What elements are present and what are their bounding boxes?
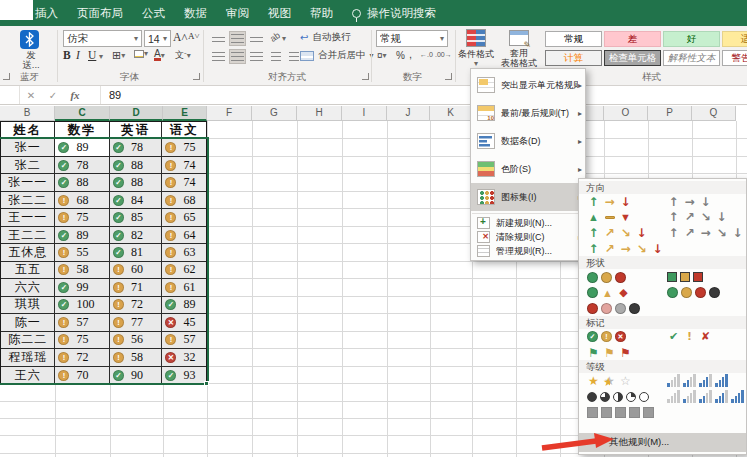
decrease-decimal-button[interactable]: .00→ <box>435 51 452 58</box>
score-cell[interactable]: ✓78 <box>110 139 162 156</box>
name-cell[interactable]: 张一一 <box>1 174 55 191</box>
align-left-button[interactable] <box>210 49 227 64</box>
cell-style-calc[interactable]: 计算 <box>545 50 602 66</box>
middle-align-button[interactable] <box>229 31 246 46</box>
fill-handle[interactable] <box>204 381 209 386</box>
table-header-cell[interactable]: 姓名 <box>1 122 55 139</box>
score-cell[interactable]: ✓100 <box>55 297 109 314</box>
score-cell[interactable]: !57 <box>55 314 109 331</box>
menu-item-managerule[interactable]: 管理规则(R)... <box>471 244 585 258</box>
score-cell[interactable]: ✓99 <box>55 279 109 296</box>
iconset-option[interactable] <box>667 269 703 285</box>
increase-decimal-button[interactable]: ←.0 <box>420 51 433 58</box>
score-cell[interactable]: ✕32 <box>162 349 206 366</box>
decrease-indent-button[interactable] <box>267 49 284 64</box>
iconset-option[interactable] <box>667 389 744 405</box>
ribbon-tab-页面布局[interactable]: 页面布局 <box>77 6 123 21</box>
phonetic-guide-button[interactable]: 文ˇ▾ <box>175 49 191 62</box>
score-cell[interactable]: ✓93 <box>162 367 206 384</box>
number-format-combo[interactable]: 常规▾ <box>376 30 448 47</box>
italic-button[interactable]: I <box>76 49 80 61</box>
ribbon-tab-数据[interactable]: 数据 <box>184 6 207 21</box>
more-rules-item[interactable]: 其他规则(M)... <box>579 433 746 452</box>
bottom-align-button[interactable] <box>248 31 265 46</box>
iconset-option[interactable] <box>587 405 654 421</box>
iconset-option[interactable]: ↑↗→↘↓ <box>587 241 664 257</box>
column-header-K[interactable]: K <box>430 106 472 121</box>
column-header-P[interactable]: P <box>648 106 692 121</box>
comma-button[interactable]: , <box>409 48 412 60</box>
column-header-O[interactable]: O <box>604 106 648 121</box>
score-cell[interactable]: !64 <box>162 227 206 244</box>
bluetooth-send-button[interactable]: 发 送... <box>18 50 44 70</box>
column-header-J[interactable]: J <box>387 106 430 121</box>
ribbon-tab-审阅[interactable]: 审阅 <box>226 6 249 21</box>
iconset-option[interactable]: ↑↗↘↓ <box>587 225 648 241</box>
column-header-D[interactable]: D <box>110 106 163 121</box>
percent-button[interactable]: % <box>396 50 405 61</box>
score-cell[interactable]: !58 <box>55 262 109 279</box>
alignment-dialog-launcher-icon[interactable] <box>362 73 369 80</box>
align-center-button[interactable] <box>229 49 246 64</box>
score-cell[interactable]: !65 <box>162 209 206 226</box>
column-header-E[interactable]: E <box>163 106 207 121</box>
iconset-option[interactable]: ▲◆ <box>587 285 630 301</box>
name-cell[interactable]: 王一一 <box>1 209 55 226</box>
wrap-text-button[interactable]: ↩自动换行 <box>300 31 350 44</box>
score-cell[interactable]: !63 <box>162 244 206 261</box>
score-cell[interactable]: ✕45 <box>162 314 206 331</box>
name-cell[interactable]: 五休息 <box>1 244 55 261</box>
name-cell[interactable]: 五五 <box>1 262 55 279</box>
name-cell[interactable]: 琪琪 <box>1 297 55 314</box>
iconset-option[interactable]: ✔!✘ <box>667 329 712 345</box>
name-cell[interactable]: 王二二 <box>1 227 55 244</box>
grow-font-button[interactable]: A˄ <box>173 31 188 43</box>
iconset-option[interactable] <box>667 285 720 301</box>
cell-style-bad[interactable]: 差 <box>604 31 661 47</box>
name-cell[interactable]: 程瑶瑶 <box>1 349 55 366</box>
iconset-option[interactable]: ★★★☆ <box>587 373 632 389</box>
shrink-font-button[interactable]: A˅ <box>188 31 200 41</box>
font-size-combo[interactable]: 14▾ <box>144 30 171 47</box>
score-cell[interactable]: ✓88 <box>110 174 162 191</box>
score-cell[interactable]: !75 <box>55 209 109 226</box>
cell-style-normal[interactable]: 常规 <box>545 31 602 47</box>
column-header-C[interactable]: C <box>55 106 110 121</box>
menu-item-clearrule[interactable]: 清除规则(C)▸ <box>471 230 585 244</box>
menu-item-iconsets[interactable]: 图标集(I)▸ <box>471 183 585 211</box>
insert-function-icon[interactable]: fx <box>64 89 86 101</box>
formula-input[interactable]: 89 <box>100 86 747 104</box>
score-cell[interactable]: !57 <box>162 332 206 349</box>
score-cell[interactable]: ✓84 <box>110 192 162 209</box>
ribbon-tab-公式[interactable]: 公式 <box>142 6 165 21</box>
ribbon-tab-视图[interactable]: 视图 <box>268 6 291 21</box>
underline-chevron-icon[interactable]: ▾ <box>99 52 103 61</box>
tell-me-search[interactable]: 操作说明搜索 <box>352 6 436 21</box>
bluetooth-icon[interactable] <box>20 30 39 49</box>
column-header-Q[interactable]: Q <box>692 106 736 121</box>
menu-item-colorscale[interactable]: 色阶(S)▸ <box>471 155 585 183</box>
score-cell[interactable]: ✓78 <box>55 157 109 174</box>
menu-item-hlcells[interactable]: 突出显示单元格规则(H)▸ <box>471 71 585 99</box>
name-cell[interactable]: 六六 <box>1 279 55 296</box>
iconset-option[interactable] <box>667 373 728 389</box>
font-color-button[interactable]: A▾ <box>154 49 165 61</box>
borders-button[interactable]: ⊞▾ <box>112 49 125 62</box>
score-cell[interactable]: !71 <box>110 279 162 296</box>
score-cell[interactable]: !61 <box>162 279 206 296</box>
name-cell[interactable]: 张二 <box>1 157 55 174</box>
menu-item-newrule[interactable]: 新建规则(N)... <box>471 216 585 230</box>
score-cell[interactable]: ✓88 <box>110 157 162 174</box>
iconset-option[interactable]: ↑↗→↘↓ <box>667 225 744 241</box>
score-cell[interactable]: !70 <box>55 367 109 384</box>
orientation-button[interactable]: ab <box>268 30 282 44</box>
score-cell[interactable]: ✓88 <box>55 174 109 191</box>
orientation-chevron-icon[interactable]: ▾ <box>282 34 286 43</box>
name-cell[interactable]: 张二二 <box>1 192 55 209</box>
column-header-F[interactable]: F <box>207 106 252 121</box>
score-cell[interactable]: !68 <box>162 192 206 209</box>
iconset-option[interactable]: ▲▼ <box>587 210 632 226</box>
column-header-B[interactable]: B <box>0 106 55 121</box>
ribbon-tab-插入[interactable]: 插入 <box>35 6 58 21</box>
cell-style-good[interactable]: 好 <box>663 31 720 47</box>
